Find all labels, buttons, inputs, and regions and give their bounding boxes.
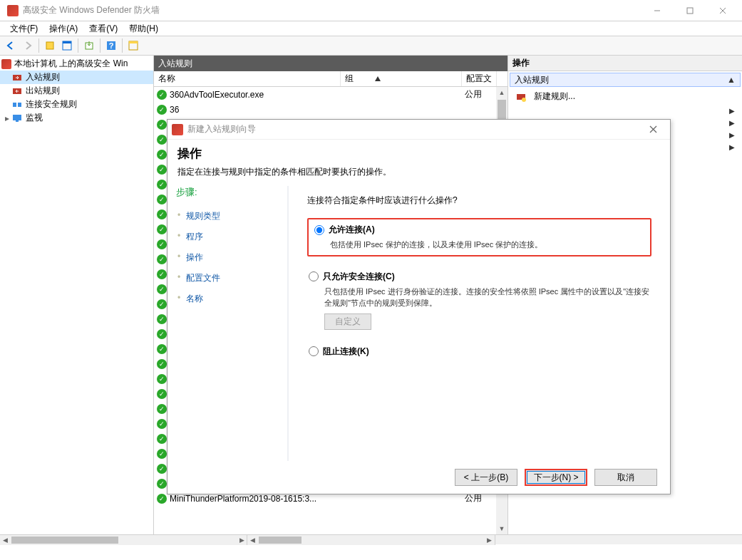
wizard-step-name[interactable]: 名称 [176, 289, 279, 309]
show-hide-icon[interactable] [59, 38, 75, 53]
wizard-close-button[interactable] [640, 120, 666, 140]
scroll-thumb[interactable] [11, 536, 118, 544]
allowed-icon: ✓ [157, 165, 167, 175]
tree-connection[interactable]: 连接安全规则 [0, 98, 153, 111]
option-allow-secure[interactable]: 只允许安全连接(C) 只包括使用 IPsec 进行身份验证的连接。连接的安全性将… [307, 269, 651, 331]
col-profile[interactable]: 配置文 [462, 71, 497, 86]
allowed-icon: ✓ [157, 120, 167, 130]
tree-monitor-label: 监视 [26, 112, 43, 124]
svg-rect-16 [13, 115, 21, 120]
col-name[interactable]: 名称 [154, 71, 341, 86]
wizard-back-button[interactable]: < 上一步(B) [455, 469, 517, 486]
radio-block[interactable] [309, 346, 319, 356]
rule-name: 360AdvToolExecutor.exe [170, 90, 344, 100]
tree-monitor[interactable]: ▸ 监视 [0, 111, 153, 125]
menu-help[interactable]: 帮助(H) [123, 23, 164, 35]
scroll-thumb[interactable] [259, 536, 302, 544]
wizard-title: 新建入站规则向导 [187, 123, 640, 135]
action-new-rule[interactable]: 新建规则... [508, 88, 742, 105]
wizard-step-program[interactable]: 程序 [176, 227, 279, 247]
action-new-rule-label: 新建规则... [534, 90, 575, 103]
option-allow-secure-desc: 只包括使用 IPsec 进行身份验证的连接。连接的安全性将依照 IPsec 属性… [324, 286, 650, 309]
export-icon[interactable] [81, 38, 97, 53]
option-block-connection[interactable]: 阻止连接(K) [307, 344, 651, 359]
table-row[interactable]: ✓36 [154, 102, 507, 117]
actions-subheader[interactable]: 入站规则 ▲ [510, 73, 741, 87]
toolbar: ? [0, 36, 742, 56]
scroll-down-icon[interactable]: ▼ [496, 523, 507, 534]
chevron-right-icon[interactable]: ▸ [3, 113, 11, 123]
help-icon[interactable]: ? [103, 38, 119, 53]
allowed-icon: ✓ [157, 449, 167, 459]
allowed-icon: ✓ [157, 344, 167, 354]
tree-inbound-label: 入站规则 [26, 71, 60, 83]
back-icon[interactable] [3, 38, 19, 53]
firewall-icon [7, 5, 19, 16]
wizard-body: 步骤: 规则类型 程序 操作 配置文件 名称 连接符合指定条件时应该进行什么操作… [168, 181, 670, 461]
option-allow-secure-label: 只允许安全连接(C) [323, 271, 395, 283]
tree-hscroll[interactable]: ◀ ▶ [0, 535, 247, 545]
option-allow-connection[interactable]: 允许连接(A) 包括使用 IPsec 保护的连接，以及未使用 IPsec 保护的… [307, 218, 651, 256]
radio-allow-secure[interactable] [309, 271, 319, 281]
tree-outbound-label: 出站规则 [26, 85, 60, 97]
svg-rect-4 [46, 42, 53, 49]
tree-inbound[interactable]: 入站规则 [0, 71, 153, 84]
wizard-next-button[interactable]: 下一步(N) > [525, 469, 587, 486]
option-block-label: 阻止连接(K) [323, 346, 369, 358]
radio-allow[interactable] [314, 225, 324, 235]
menu-view[interactable]: 查看(V) [83, 23, 123, 35]
filter-icon[interactable] [125, 38, 141, 53]
scroll-right-icon[interactable]: ▶ [485, 535, 495, 545]
allowed-icon: ✓ [157, 135, 167, 145]
close-button[interactable] [706, 0, 739, 21]
connection-rules-icon [11, 99, 23, 110]
svg-text:?: ? [109, 41, 114, 50]
allowed-icon: ✓ [157, 299, 167, 309]
toolbar-separator [122, 38, 123, 53]
allowed-icon: ✓ [157, 180, 167, 190]
allowed-icon: ✓ [157, 195, 167, 204]
rule-name: MiniThunderPlatform2019-08-1615:3... [170, 494, 344, 504]
wizard-page-title: 操作 [177, 145, 660, 162]
menu-action[interactable]: 操作(A) [43, 23, 83, 35]
menu-file[interactable]: 文件(F) [4, 23, 43, 35]
wizard-cancel-button[interactable]: 取消 [594, 469, 657, 486]
wizard-footer: < 上一步(B) 下一步(N) > 取消 [168, 461, 670, 494]
allowed-icon: ✓ [157, 224, 167, 234]
allowed-icon: ✓ [157, 150, 167, 160]
wizard-content: 连接符合指定条件时应该进行什么操作? 允许连接(A) 包括使用 IPsec 保护… [289, 186, 670, 461]
toolbar-separator [100, 38, 101, 53]
wizard-step-action[interactable]: 操作 [176, 247, 279, 268]
svg-point-19 [522, 98, 526, 102]
scroll-right-icon[interactable]: ▶ [237, 535, 247, 545]
allowed-icon: ✓ [157, 464, 167, 474]
action-row[interactable]: ▶ [508, 105, 742, 117]
rules-hscroll[interactable]: ◀ ▶ [247, 535, 495, 545]
tree-pane: 本地计算机 上的高级安全 Win 入站规则 出站规则 连接安全规则 ▸ 监视 [0, 56, 154, 534]
scroll-left-icon[interactable]: ◀ [247, 535, 257, 545]
wizard-header: 操作 指定在连接与规则中指定的条件相匹配时要执行的操作。 [168, 140, 670, 181]
add-icon[interactable] [42, 38, 58, 53]
allowed-icon: ✓ [157, 359, 167, 369]
scroll-left-icon[interactable]: ◀ [0, 535, 10, 545]
forward-icon[interactable] [20, 38, 36, 53]
allowed-icon: ✓ [157, 419, 167, 429]
col-group[interactable]: 组 [341, 71, 462, 86]
tree-root[interactable]: 本地计算机 上的高级安全 Win [0, 57, 153, 71]
maximize-button[interactable] [674, 0, 706, 21]
wizard-step-ruletype[interactable]: 规则类型 [176, 206, 279, 227]
minimize-button[interactable] [641, 0, 674, 21]
svg-rect-15 [18, 103, 21, 107]
rules-table-header: 名称 组 配置文 [154, 71, 507, 87]
window-title: 高级安全 Windows Defender 防火墙 [23, 4, 641, 16]
new-rule-wizard: 新建入站规则向导 操作 指定在连接与规则中指定的条件相匹配时要执行的操作。 步骤… [167, 119, 671, 494]
scroll-up-icon[interactable]: ▲ [496, 87, 507, 98]
tree-outbound[interactable]: 出站规则 [0, 84, 153, 98]
wizard-step-profile[interactable]: 配置文件 [176, 268, 279, 289]
wizard-titlebar: 新建入站规则向导 [168, 120, 670, 140]
wizard-question: 连接符合指定条件时应该进行什么操作? [307, 195, 651, 207]
table-row[interactable]: ✓360AdvToolExecutor.exe公用 [154, 87, 507, 102]
collapse-icon[interactable]: ▲ [727, 75, 736, 85]
wizard-steps: 步骤: 规则类型 程序 操作 配置文件 名称 [168, 186, 289, 461]
tree-connection-label: 连接安全规则 [26, 98, 77, 110]
